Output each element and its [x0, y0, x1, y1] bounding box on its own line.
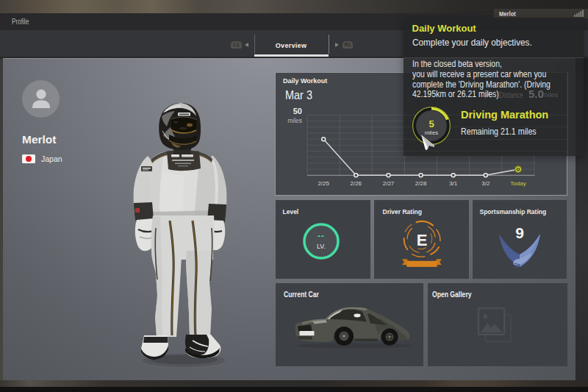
svg-text:miles: miles: [287, 117, 302, 124]
svg-text:Today: Today: [510, 179, 526, 186]
svg-text:2/28: 2/28: [415, 179, 426, 186]
svg-text:3/2: 3/2: [481, 179, 490, 186]
svg-text:LV.: LV.: [317, 243, 326, 250]
svg-text:50: 50: [293, 107, 301, 115]
svg-text:E: E: [417, 231, 428, 249]
svg-text:2/27: 2/27: [382, 179, 394, 186]
svg-text:--: --: [318, 231, 325, 241]
svg-text:3/1: 3/1: [449, 179, 458, 186]
svg-text:5: 5: [429, 118, 434, 129]
svg-text:2/25: 2/25: [318, 179, 329, 186]
svg-text:2/26: 2/26: [350, 179, 362, 186]
